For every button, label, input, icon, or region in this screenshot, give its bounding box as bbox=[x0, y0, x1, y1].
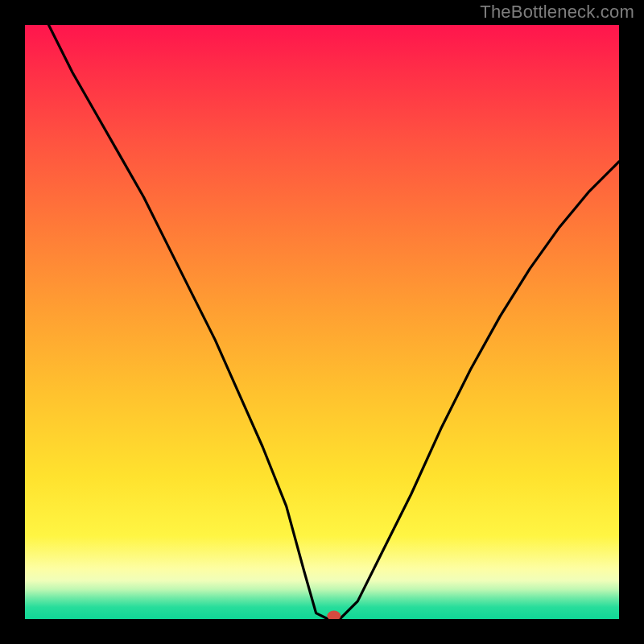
chart-frame: TheBottleneck.com bbox=[0, 0, 644, 644]
bottleneck-curve-svg bbox=[25, 25, 619, 619]
plot-area bbox=[25, 25, 619, 619]
watermark-text: TheBottleneck.com bbox=[480, 2, 634, 23]
bottleneck-curve-path bbox=[49, 25, 620, 619]
optimal-point-marker bbox=[328, 611, 341, 619]
